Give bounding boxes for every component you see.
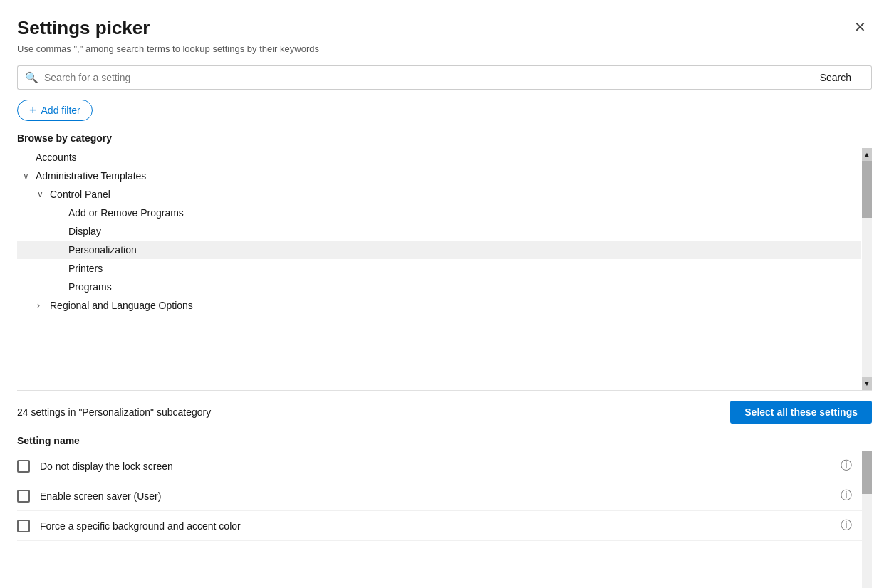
- settings-list-inner: Do not display the lock screenⓘEnable sc…: [17, 451, 862, 588]
- setting-checkbox[interactable]: [17, 490, 30, 503]
- tree-item-label: Personalization: [68, 244, 137, 256]
- table-row: Do not display the lock screenⓘ: [17, 451, 862, 481]
- search-input-wrapper: 🔍: [17, 65, 800, 90]
- chevron-icon: ›: [37, 300, 50, 310]
- add-filter-button[interactable]: + Add filter: [17, 100, 93, 121]
- settings-scrollbar[interactable]: [862, 451, 872, 588]
- search-icon: 🔍: [25, 71, 38, 84]
- search-row: 🔍 Search: [17, 65, 872, 90]
- setting-name: Do not display the lock screen: [40, 461, 841, 472]
- settings-picker-dialog: Settings picker ✕ Use commas "," among s…: [0, 0, 889, 588]
- scrollbar-down-button[interactable]: ▼: [862, 377, 872, 390]
- tree-item-accounts[interactable]: Accounts: [17, 148, 861, 167]
- tree-item-label: Regional and Language Options: [50, 300, 193, 311]
- info-icon[interactable]: ⓘ: [841, 488, 852, 503]
- settings-count: 24 settings in "Personalization" subcate…: [17, 406, 211, 418]
- tree-item-label: Administrative Templates: [36, 170, 146, 182]
- setting-name: Enable screen saver (User): [40, 490, 841, 502]
- tree-list: Accounts∨Administrative Templates∨Contro…: [17, 148, 872, 315]
- tree-item-display[interactable]: Display: [17, 222, 861, 241]
- dialog-subtitle: Use commas "," among search terms to loo…: [17, 43, 872, 54]
- tree-item-label: Add or Remove Programs: [68, 207, 184, 219]
- dialog-header: Settings picker ✕: [17, 17, 872, 39]
- bottom-section: 24 settings in "Personalization" subcate…: [17, 391, 872, 588]
- tree-item-label: Programs: [68, 281, 112, 293]
- info-icon[interactable]: ⓘ: [841, 458, 852, 473]
- tree-item-regional[interactable]: ›Regional and Language Options: [17, 296, 861, 315]
- add-filter-label: Add filter: [41, 105, 80, 116]
- setting-name: Force a specific background and accent c…: [40, 520, 841, 532]
- tree-item-printers[interactable]: Printers: [17, 259, 861, 278]
- bottom-header: 24 settings in "Personalization" subcate…: [17, 391, 872, 431]
- add-filter-plus-icon: +: [29, 104, 37, 117]
- tree-scrollbar[interactable]: ▲ ▼: [862, 148, 872, 390]
- setting-checkbox[interactable]: [17, 460, 30, 473]
- search-input[interactable]: [44, 72, 793, 83]
- tree-item-admin-templates[interactable]: ∨Administrative Templates: [17, 167, 861, 185]
- tree-scroll-area: Accounts∨Administrative Templates∨Contro…: [17, 148, 872, 390]
- chevron-icon: ∨: [23, 171, 36, 181]
- scrollbar-up-button[interactable]: ▲: [862, 148, 872, 161]
- settings-column-header: Setting name: [17, 431, 872, 451]
- tree-item-label: Printers: [68, 263, 103, 274]
- settings-scrollbar-thumb[interactable]: [862, 451, 872, 494]
- close-button[interactable]: ✕: [848, 17, 872, 37]
- search-button[interactable]: Search: [800, 65, 872, 90]
- info-icon[interactable]: ⓘ: [841, 518, 852, 533]
- scrollbar-thumb[interactable]: [862, 161, 872, 218]
- tree-item-control-panel[interactable]: ∨Control Panel: [17, 185, 861, 204]
- select-all-button[interactable]: Select all these settings: [730, 401, 872, 424]
- table-row: Force a specific background and accent c…: [17, 511, 862, 541]
- tree-item-programs[interactable]: Programs: [17, 278, 861, 296]
- tree-item-label: Control Panel: [50, 189, 110, 200]
- tree-item-personalization[interactable]: Personalization: [17, 241, 861, 259]
- setting-checkbox[interactable]: [17, 520, 30, 532]
- category-tree: Accounts∨Administrative Templates∨Contro…: [17, 148, 872, 390]
- dialog-title: Settings picker: [17, 17, 150, 39]
- tree-item-label: Accounts: [36, 152, 77, 163]
- table-row: Enable screen saver (User)ⓘ: [17, 481, 862, 511]
- settings-list: Do not display the lock screenⓘEnable sc…: [17, 451, 872, 588]
- tree-item-add-remove[interactable]: Add or Remove Programs: [17, 204, 861, 222]
- browse-label: Browse by category: [17, 132, 872, 144]
- chevron-icon: ∨: [37, 189, 50, 199]
- tree-item-label: Display: [68, 226, 101, 237]
